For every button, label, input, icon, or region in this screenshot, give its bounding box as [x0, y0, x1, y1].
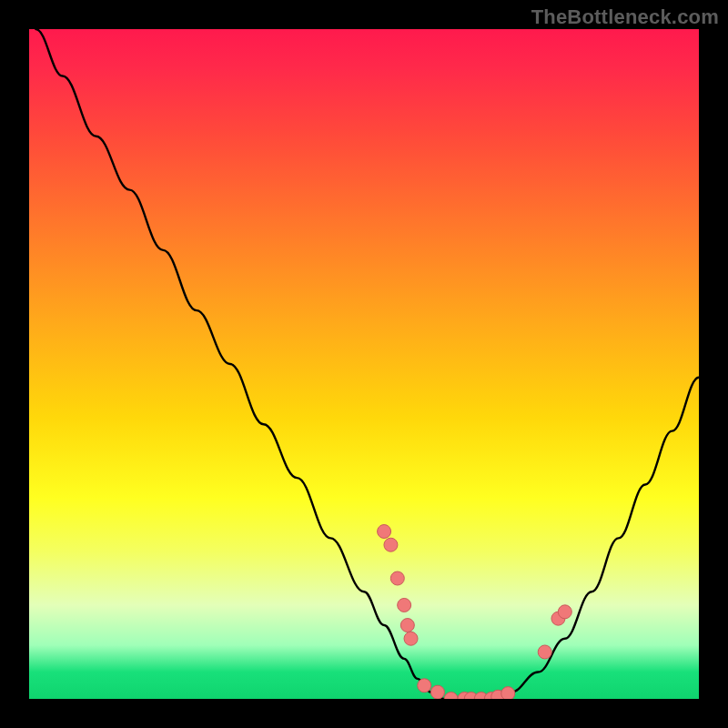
bottleneck-curve	[35, 29, 699, 699]
data-marker	[378, 525, 391, 539]
data-marker	[390, 571, 404, 585]
data-marker	[430, 685, 444, 699]
data-marker	[418, 679, 431, 693]
watermark-text: TheBottleneck.com	[531, 5, 719, 29]
data-marker	[444, 693, 458, 700]
data-marker	[501, 687, 515, 699]
chart-stage: TheBottleneck.com	[0, 0, 728, 728]
data-markers	[378, 525, 572, 700]
data-marker	[384, 538, 398, 551]
data-marker	[538, 645, 551, 659]
data-marker	[400, 619, 414, 632]
data-marker	[404, 632, 418, 645]
chart-svg	[29, 29, 699, 699]
data-marker	[398, 598, 411, 612]
data-marker	[558, 605, 571, 619]
